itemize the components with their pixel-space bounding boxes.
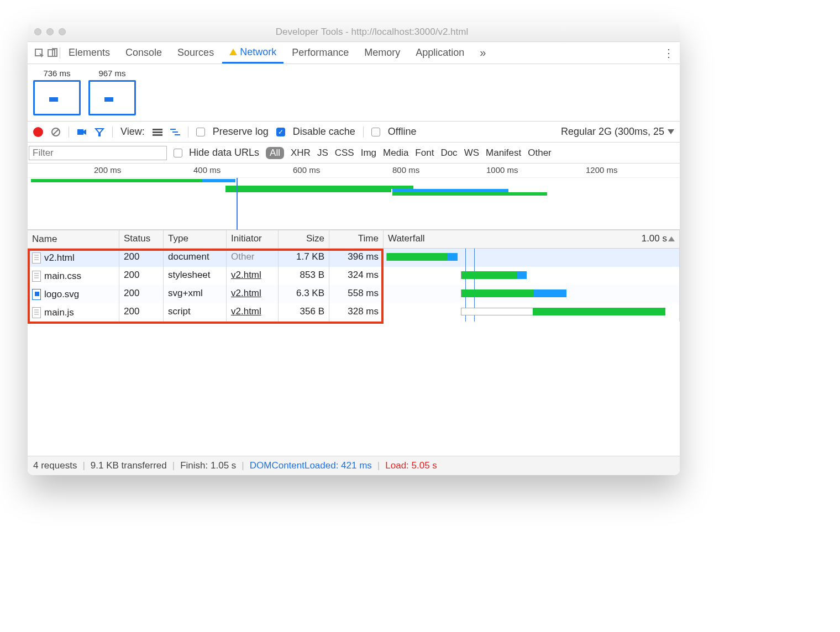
tab-elements[interactable]: Elements <box>61 42 117 64</box>
table-row[interactable]: logo.svg200svg+xmlv2.html6.3 KB558 ms <box>28 285 680 303</box>
timeline-overview[interactable]: 200 ms 400 ms 600 ms 800 ms 1000 ms 1200… <box>28 164 680 230</box>
initiator[interactable]: v2.html <box>227 285 279 303</box>
col-initiator[interactable]: Initiator <box>227 230 279 248</box>
clear-icon[interactable] <box>51 127 61 137</box>
traffic-min[interactable] <box>46 28 54 35</box>
preserve-log-checkbox[interactable] <box>196 128 205 136</box>
size: 6.3 KB <box>279 285 329 303</box>
record-button[interactable] <box>33 127 43 137</box>
window-title: Developer Tools - http://localhost:3000/… <box>71 27 673 38</box>
device-icon[interactable] <box>46 47 59 59</box>
filter-all[interactable]: All <box>266 147 284 159</box>
svg-rect-8 <box>153 134 162 136</box>
throttling-select[interactable]: Regular 2G (300ms, 25 <box>561 126 674 138</box>
tab-network[interactable]: Network <box>222 42 284 64</box>
camera-icon[interactable] <box>77 127 87 137</box>
finish-time: Finish: 1.05 s <box>180 460 236 471</box>
inspect-icon[interactable] <box>33 47 45 59</box>
time: 328 ms <box>329 303 384 322</box>
file-icon <box>32 252 41 264</box>
kebab-menu[interactable]: ⋮ <box>663 46 674 60</box>
mime-type: svg+xml <box>164 285 227 303</box>
filter-other[interactable]: Other <box>528 148 552 159</box>
col-type[interactable]: Type <box>164 230 227 248</box>
svg-rect-11 <box>175 134 180 135</box>
status-code: 200 <box>119 285 164 303</box>
filter-js[interactable]: JS <box>317 148 328 159</box>
tab-console[interactable]: Console <box>118 42 169 64</box>
filter-ws[interactable]: WS <box>464 148 479 159</box>
filter-icon[interactable] <box>95 127 104 137</box>
file-name: logo.svg <box>44 289 79 300</box>
status-code: 200 <box>119 267 164 285</box>
size: 356 B <box>279 303 329 322</box>
filter-input[interactable] <box>29 146 167 160</box>
filter-bar: Hide data URLs All XHR JS CSS Img Media … <box>28 143 680 164</box>
filter-css[interactable]: CSS <box>335 148 354 159</box>
domcontentloaded-marker <box>237 178 238 230</box>
devtools-window: Developer Tools - http://localhost:3000/… <box>28 22 680 475</box>
panel-tabs: Elements Console Sources Network Perform… <box>28 42 680 64</box>
size: 853 B <box>279 267 329 285</box>
transferred-size: 9.1 KB transferred <box>91 460 167 471</box>
time: 396 ms <box>329 249 384 267</box>
initiator[interactable]: v2.html <box>227 267 279 285</box>
status-code: 200 <box>119 303 164 322</box>
svg-rect-6 <box>153 129 162 130</box>
file-name: v2.html <box>44 252 75 264</box>
status-code: 200 <box>119 249 164 267</box>
filter-manifest[interactable]: Manifest <box>486 148 521 159</box>
tab-memory[interactable]: Memory <box>357 42 407 64</box>
size: 1.7 KB <box>279 249 329 267</box>
traffic-max[interactable] <box>59 28 66 35</box>
svg-rect-5 <box>77 129 83 135</box>
filmstrip-frame[interactable]: 967 ms <box>88 69 136 115</box>
table-row[interactable]: v2.html200documentOther1.7 KB396 ms <box>28 249 680 267</box>
disable-cache-checkbox[interactable]: ✓ <box>276 128 285 136</box>
mime-type: script <box>164 303 227 322</box>
timeline-ticks: 200 ms 400 ms 600 ms 800 ms 1000 ms 1200… <box>28 164 680 178</box>
hide-data-urls-label: Hide data URLs <box>189 147 259 159</box>
svg-rect-10 <box>172 131 178 133</box>
time: 558 ms <box>329 285 384 303</box>
mime-type: document <box>164 249 227 267</box>
col-time[interactable]: Time <box>329 230 384 248</box>
offline-checkbox[interactable] <box>371 128 380 136</box>
col-status[interactable]: Status <box>119 230 164 248</box>
waterfall-cell <box>384 267 680 285</box>
file-icon <box>32 307 41 318</box>
waterfall-cell <box>384 285 680 303</box>
mime-type: stylesheet <box>164 267 227 285</box>
col-waterfall[interactable]: Waterfall 1.00 s <box>384 230 680 248</box>
initiator[interactable]: v2.html <box>227 303 279 322</box>
waterfall-view-icon[interactable] <box>170 127 180 137</box>
disable-cache-label: Disable cache <box>293 126 355 138</box>
filter-media[interactable]: Media <box>383 148 408 159</box>
requests-table: v2.html200documentOther1.7 KB396 msmain.… <box>28 249 680 456</box>
sort-asc-icon <box>668 236 675 241</box>
file-name: main.css <box>44 271 81 282</box>
tab-performance[interactable]: Performance <box>285 42 356 64</box>
filter-font[interactable]: Font <box>415 148 434 159</box>
col-name[interactable]: Name <box>28 230 119 248</box>
view-label: View: <box>120 126 145 138</box>
svg-line-4 <box>53 129 59 135</box>
filter-doc[interactable]: Doc <box>440 148 457 159</box>
load-time: Load: 5.05 s <box>385 460 437 471</box>
filter-img[interactable]: Img <box>361 148 376 159</box>
traffic-close[interactable] <box>34 28 41 35</box>
hide-data-urls-checkbox[interactable] <box>174 149 182 157</box>
large-rows-icon[interactable] <box>153 127 162 137</box>
requests-count: 4 requests <box>33 460 77 471</box>
waterfall-cell <box>384 303 680 322</box>
col-size[interactable]: Size <box>279 230 329 248</box>
file-name: main.js <box>44 307 74 318</box>
filter-xhr[interactable]: XHR <box>291 148 311 159</box>
table-row[interactable]: main.js200scriptv2.html356 B328 ms <box>28 303 680 322</box>
filmstrip-frame[interactable]: 736 ms <box>33 69 81 115</box>
tab-application[interactable]: Application <box>408 42 471 64</box>
tabs-overflow[interactable]: » <box>473 42 493 64</box>
tab-sources[interactable]: Sources <box>170 42 221 64</box>
table-row[interactable]: main.css200stylesheetv2.html853 B324 ms <box>28 267 680 285</box>
filmstrip: 736 ms 967 ms <box>28 64 680 122</box>
